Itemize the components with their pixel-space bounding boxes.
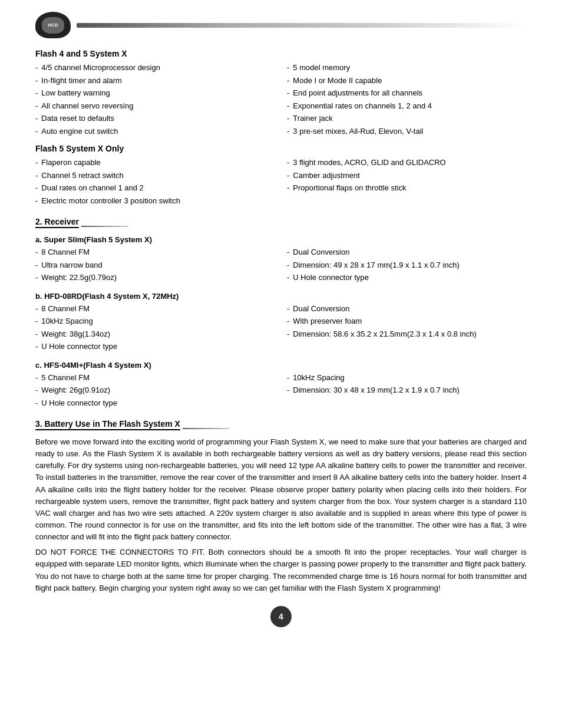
list-item-text: 3 pre-set mixes, Ail-Rud, Elevon, V-tail	[293, 126, 423, 137]
bullet-dash: -	[35, 195, 38, 207]
bullet-dash: -	[35, 100, 38, 112]
battery-section: 3. Battery Use in The Flash System X Bef…	[35, 419, 527, 594]
flash5-col-right: -3 flight modes, ACRO, GLID and GLIDACRO…	[287, 157, 527, 207]
receiver-section: 2. Receiver a. Super Slim(Flash 5 System…	[35, 217, 527, 410]
bullet-dash: -	[35, 384, 38, 396]
receiver-c-title: c. HFS-04MI+(Flash 4 System X)	[35, 361, 527, 370]
bullet-dash: -	[287, 170, 289, 182]
receiver-c-col-right: -10kHz Spacing-Dimension: 30 x 48 x 19 m…	[287, 372, 527, 410]
list-item: -Proportional flaps on throttle stick	[287, 182, 527, 194]
list-item: -With preserver foam	[287, 315, 527, 327]
flash45-title: Flash 4 and 5 System X	[35, 49, 527, 58]
receiver-a-col-right: -Dual Conversion-Dimension: 49 x 28 x 17…	[287, 246, 527, 285]
bullet-dash: -	[35, 341, 38, 353]
list-item-text: Dimension: 30 x 48 x 19 mm(1.2 x 1.9 x 0…	[293, 384, 459, 396]
flash45-col-right: -5 model memory-Mode I or Mode II capabl…	[287, 62, 527, 138]
battery-paragraph-1: Before we move forward into the exciting…	[35, 436, 527, 543]
list-item-text: 4/5 channel Microprocessor design	[41, 62, 160, 74]
list-item: -Ultra narrow band	[35, 259, 275, 271]
bullet-dash: -	[287, 113, 289, 124]
bullet-dash: -	[35, 372, 38, 384]
list-item: -Weight: 38g(1.34oz)	[35, 328, 275, 340]
flash45-features: -4/5 channel Microprocessor design-In-fl…	[35, 62, 527, 138]
receiver-b: b. HFD-08RD(Flash 4 System X, 72MHz) -8 …	[35, 292, 527, 354]
battery-heading: 3. Battery Use in The Flash System X	[35, 419, 527, 430]
bullet-dash: -	[35, 113, 38, 124]
bullet-dash: -	[35, 126, 38, 137]
bullet-dash: -	[287, 87, 289, 99]
bullet-dash: -	[35, 246, 38, 258]
list-item-text: Weight: 22.5g(0.79oz)	[41, 272, 117, 284]
list-item-text: Low battery warning	[41, 87, 110, 99]
list-item-text: Channel 5 retract switch	[41, 170, 123, 182]
list-item: -10kHz Spacing	[287, 372, 527, 384]
list-item-text: U Hole connector type	[293, 272, 369, 284]
list-item: -8 Channel FM	[35, 246, 275, 258]
bullet-dash: -	[287, 315, 289, 327]
bullet-dash: -	[287, 157, 289, 169]
list-item: -Weight: 26g(0.91oz)	[35, 384, 275, 396]
list-item: -All channel servo reversing	[35, 100, 275, 112]
list-item-text: All channel servo reversing	[41, 100, 133, 112]
list-item-text: Auto engine cut switch	[41, 126, 118, 137]
battery-paragraph-2: DO NOT FORCE THE CONNECTORS TO FIT. Both…	[35, 546, 527, 594]
bullet-dash: -	[35, 87, 38, 99]
bullet-dash: -	[35, 328, 38, 340]
receiver-b-col-left: -8 Channel FM-10kHz Spacing-Weight: 38g(…	[35, 303, 287, 354]
list-item-text: Trainer jack	[293, 113, 332, 124]
bullet-dash: -	[35, 259, 38, 271]
logo-text: HCD	[48, 22, 58, 28]
list-item-text: 5 Channel FM	[41, 372, 90, 384]
list-item-text: U Hole connector type	[41, 341, 117, 353]
receiver-heading-label: 2. Receiver	[35, 217, 79, 228]
bullet-dash: -	[35, 315, 38, 327]
receiver-b-title: b. HFD-08RD(Flash 4 System X, 72MHz)	[35, 292, 527, 301]
bullet-dash: -	[35, 75, 38, 87]
list-item-text: 8 Channel FM	[41, 303, 90, 315]
list-item-text: Dual Conversion	[293, 303, 349, 315]
list-item-text: Dual rates on channel 1 and 2	[41, 182, 143, 194]
bullet-dash: -	[287, 328, 289, 340]
battery-heading-label: 3. Battery Use in The Flash System X	[35, 419, 180, 430]
list-item: -Channel 5 retract switch	[35, 170, 275, 182]
bullet-dash: -	[287, 272, 289, 284]
list-item: -Dimension: 49 x 28 x 17 mm(1.9 x 1.1 x …	[287, 259, 527, 271]
list-item: -In-flight timer and alarm	[35, 75, 275, 87]
list-item: -Low battery warning	[35, 87, 275, 99]
list-item-text: Dimension: 49 x 28 x 17 mm(1.9 x 1.1 x 0…	[293, 259, 459, 271]
list-item-text: Weight: 38g(1.34oz)	[41, 328, 110, 340]
bullet-dash: -	[35, 272, 38, 284]
list-item: -4/5 channel Microprocessor design	[35, 62, 275, 74]
header-bar	[77, 23, 527, 28]
bullet-dash: -	[35, 157, 38, 169]
list-item: -Exponential rates on channels 1, 2 and …	[287, 100, 527, 112]
bullet-dash: -	[287, 246, 289, 258]
list-item: -Flaperon capable	[35, 157, 275, 169]
page-header: HCD	[35, 12, 527, 38]
list-item-text: Ultra narrow band	[41, 259, 102, 271]
bullet-dash: -	[287, 372, 289, 384]
list-item-text: U Hole connector type	[41, 397, 117, 409]
list-item-text: Dual Conversion	[293, 246, 349, 258]
list-item-text: 3 flight modes, ACRO, GLID and GLIDACRO	[293, 157, 445, 169]
list-item: -Auto engine cut switch	[35, 126, 275, 137]
list-item-text: 10kHz Spacing	[41, 315, 92, 327]
list-item: -U Hole connector type	[287, 272, 527, 284]
list-item: -Dual rates on channel 1 and 2	[35, 182, 275, 194]
flash5-section: Flash 5 System X Only -Flaperon capable-…	[35, 144, 527, 207]
page-number-container: 4	[35, 606, 527, 627]
logo-inner: HCD	[42, 17, 64, 34]
list-item: -5 Channel FM	[35, 372, 275, 384]
bullet-dash: -	[35, 170, 38, 182]
receiver-b-features: -8 Channel FM-10kHz Spacing-Weight: 38g(…	[35, 303, 527, 354]
list-item: -Trainer jack	[287, 113, 527, 124]
bullet-dash: -	[35, 62, 38, 74]
bullet-dash: -	[287, 100, 289, 112]
list-item: -8 Channel FM	[35, 303, 275, 315]
list-item-text: Proportional flaps on throttle stick	[293, 182, 406, 194]
receiver-heading: 2. Receiver	[35, 217, 527, 228]
battery-heading-line	[183, 428, 230, 429]
list-item: -Dual Conversion	[287, 303, 527, 315]
list-item: -Weight: 22.5g(0.79oz)	[35, 272, 275, 284]
list-item-text: 5 model memory	[293, 62, 350, 74]
